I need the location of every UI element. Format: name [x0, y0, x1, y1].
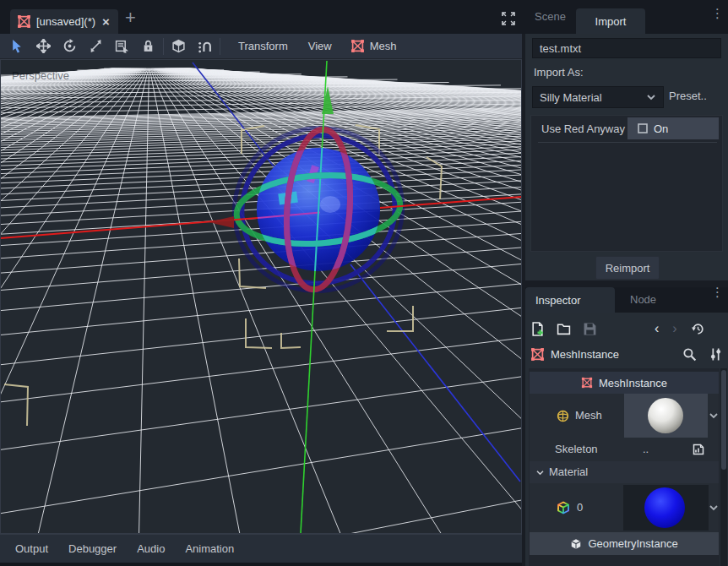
mesh-icon: [17, 14, 31, 29]
tab-inspector[interactable]: Inspector: [525, 287, 615, 313]
expand-icon[interactable]: [501, 11, 516, 26]
inspector-tab-strip: Inspector Node ⋮: [525, 287, 728, 313]
material-section-label: Material: [549, 465, 588, 478]
tab-import[interactable]: Import: [576, 8, 645, 34]
new-tab-button[interactable]: +: [125, 7, 136, 29]
material-slot-label: 0: [577, 501, 583, 514]
category-meshinstance[interactable]: MeshInstance: [530, 372, 719, 394]
meshinstance-icon: [581, 377, 593, 389]
reimport-button[interactable]: Reimport: [595, 256, 660, 280]
scrollbar-thumb[interactable]: [721, 370, 726, 470]
chevron-down-icon[interactable]: [709, 412, 719, 419]
chevron-down-icon: [646, 94, 656, 101]
history-back-icon[interactable]: ‹: [655, 321, 659, 336]
mesh-menu-icon: [350, 39, 365, 53]
import-preset-dropdown[interactable]: Silly Material: [532, 86, 664, 108]
category-geometryinstance[interactable]: GeometryInstance: [530, 532, 719, 555]
inspector-toolbar: ‹ ›: [530, 318, 723, 340]
menu-transform[interactable]: Transform: [238, 40, 288, 52]
preset-button[interactable]: Preset..: [669, 90, 707, 102]
move-tool-icon[interactable]: [36, 39, 51, 53]
group-cube-icon[interactable]: [171, 39, 186, 53]
bottom-panel-bar: Output Debugger Audio Animation: [0, 534, 522, 563]
material-value-cell[interactable]: [623, 485, 709, 531]
tab-node[interactable]: Node: [630, 293, 656, 306]
viewport-perspective-label[interactable]: Perspective: [12, 69, 69, 82]
use-red-anyway-label: Use Red Anyway: [541, 122, 625, 135]
load-resource-icon[interactable]: [557, 322, 571, 336]
snap-tool-icon[interactable]: [198, 39, 212, 53]
mesh-thumbnail-sphere: [646, 396, 685, 435]
mesh-value-cell[interactable]: [624, 394, 708, 438]
import-dock: test.mtxt Import As: Silly Material Pres…: [525, 34, 728, 280]
property-row-skeleton: Skeleton ..: [530, 438, 719, 461]
lock-tool-icon[interactable]: [141, 39, 155, 53]
viewport-toolbar: Transform View Mesh: [0, 34, 522, 59]
3d-viewport[interactable]: Perspective: [0, 59, 522, 534]
menu-view[interactable]: View: [308, 40, 332, 52]
import-filename-field[interactable]: test.mtxt: [532, 38, 721, 58]
menu-mesh[interactable]: Mesh: [370, 40, 397, 52]
bottom-tab-debugger[interactable]: Debugger: [68, 542, 117, 555]
scale-tool-icon[interactable]: [89, 39, 103, 53]
inspector-menu-icon[interactable]: ⋮: [711, 290, 724, 294]
object-tools-icon[interactable]: [709, 347, 723, 362]
use-red-anyway-checkbox[interactable]: On: [627, 117, 719, 139]
property-row-mesh: Mesh: [530, 394, 719, 438]
bottom-tab-animation[interactable]: Animation: [185, 542, 234, 555]
meshinstance-icon: [530, 347, 545, 362]
bottom-tab-output[interactable]: Output: [15, 542, 48, 555]
inspector-properties: MeshInstance Mesh: [529, 368, 720, 566]
tab-scene[interactable]: Scene: [535, 10, 566, 23]
section-collapse-icon: [535, 470, 545, 476]
select-tool-icon[interactable]: [10, 39, 24, 53]
inspected-object-name: MeshInstance: [551, 348, 619, 361]
tab-close-icon[interactable]: ×: [102, 14, 110, 29]
save-resource-icon[interactable]: [583, 322, 597, 336]
history-icon[interactable]: [691, 322, 705, 336]
checkbox-icon: [638, 123, 648, 133]
import-options-box: Use Red Anyway On: [530, 115, 723, 252]
mesh-property-label: Mesh: [575, 409, 602, 422]
history-forward-icon[interactable]: ›: [672, 321, 676, 336]
geometry-cube-icon: [570, 538, 582, 550]
inspector-dock: ‹ › MeshInstance: [525, 313, 728, 566]
new-resource-icon[interactable]: [530, 322, 545, 336]
section-material[interactable]: Material: [530, 461, 719, 483]
scene-tab[interactable]: [unsaved](*) ×: [10, 9, 118, 34]
header-strip: [unsaved](*) × + Scene Import ⋮: [0, 0, 728, 34]
skeleton-property-value[interactable]: ..: [643, 443, 649, 455]
node-path-icon[interactable]: [692, 443, 705, 456]
import-as-label: Import As:: [534, 66, 584, 79]
property-row-material-0: 0: [530, 483, 719, 532]
rotate-tool-icon[interactable]: [62, 39, 77, 53]
window-bottom-edge: [0, 563, 522, 566]
skeleton-property-label: Skeleton: [555, 443, 598, 455]
material-resource-icon: [557, 501, 570, 514]
bottom-tab-audio[interactable]: Audio: [137, 542, 165, 555]
list-select-tool-icon[interactable]: [115, 39, 129, 53]
inspector-object-row: MeshInstance: [530, 343, 723, 365]
search-icon[interactable]: [682, 347, 697, 362]
scene-tab-title: [unsaved](*): [36, 15, 95, 28]
material-thumbnail-sphere: [643, 486, 687, 530]
dock-menu-icon[interactable]: ⋮: [711, 11, 724, 15]
divider: [538, 142, 717, 143]
chevron-down-icon[interactable]: [709, 504, 719, 511]
mesh-resource-icon: [557, 410, 569, 422]
